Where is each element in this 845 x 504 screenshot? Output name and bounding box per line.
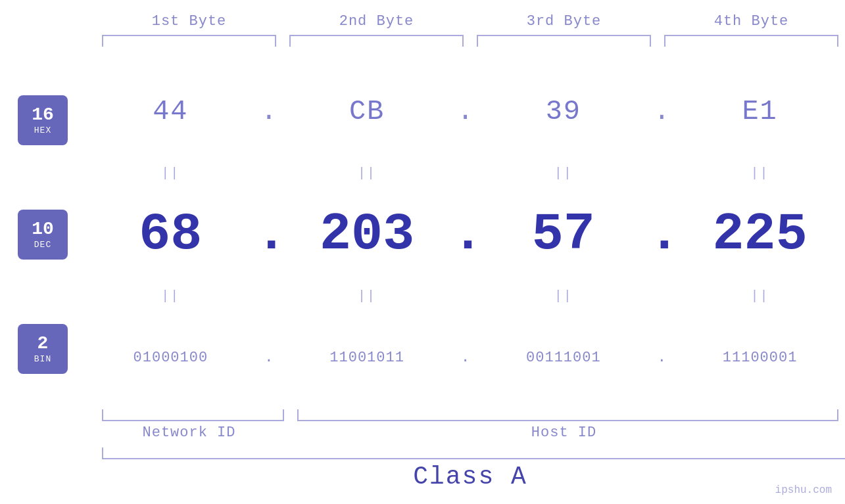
sep2-b4: || xyxy=(675,288,845,304)
top-bracket-1 xyxy=(102,35,276,47)
sep-row-1: || || || || xyxy=(85,163,845,183)
byte4-label: 4th Byte xyxy=(658,13,845,30)
hex-b2: CB xyxy=(282,96,452,127)
hex-badge: 16 HEX xyxy=(18,95,68,145)
top-bracket-4 xyxy=(664,35,838,47)
bin-b4: 11100001 xyxy=(675,350,845,366)
hex-badge-label: HEX xyxy=(34,126,51,135)
hex-dot3: . xyxy=(648,96,675,127)
dec-badge: 10 DEC xyxy=(18,210,68,260)
sep-row-2: || || || || xyxy=(85,286,845,306)
top-brackets-row xyxy=(0,35,845,47)
byte3-label: 3rd Byte xyxy=(470,13,658,30)
hex-b4: E1 xyxy=(675,96,845,127)
bin-dot3: . xyxy=(648,350,675,366)
bracket-host xyxy=(297,409,838,421)
bracket-network xyxy=(102,409,284,421)
dec-b1: 68 xyxy=(85,204,256,264)
bin-dot2: . xyxy=(452,350,479,366)
byte2-label: 2nd Byte xyxy=(283,13,470,30)
hex-badge-number: 16 xyxy=(32,105,54,126)
class-label: Class A xyxy=(95,463,845,491)
dec-dot2: . xyxy=(452,204,479,264)
bin-badge-label: BIN xyxy=(34,354,51,364)
bin-badge: 2 BIN xyxy=(18,324,68,374)
dec-badge-number: 10 xyxy=(32,219,54,240)
byte-labels-row: 1st Byte 2nd Byte 3rd Byte 4th Byte xyxy=(0,13,845,30)
bin-row: 01000100 . 11001011 . 00111001 . xyxy=(85,306,845,409)
dec-b4: 225 xyxy=(675,204,845,264)
bottom-section: Network ID Host ID Class A xyxy=(0,409,845,491)
bin-dot1: . xyxy=(256,350,282,366)
dec-dot3: . xyxy=(648,204,675,264)
hex-b1: 44 xyxy=(85,96,256,127)
values-grid: 44 . CB . 39 . E1 xyxy=(85,60,845,409)
hex-b3: 39 xyxy=(479,96,649,127)
watermark: ipshu.com xyxy=(775,484,832,496)
class-bracket xyxy=(102,447,845,459)
badges-column: 16 HEX 10 DEC 2 BIN xyxy=(0,60,85,409)
byte1-label: 1st Byte xyxy=(95,13,283,30)
network-id-label: Network ID xyxy=(95,424,283,441)
bin-badge-number: 2 xyxy=(37,334,49,354)
dec-badge-label: DEC xyxy=(34,240,51,250)
hex-dot1: . xyxy=(256,96,282,127)
dec-b2: 203 xyxy=(282,204,452,264)
hex-row: 44 . CB . 39 . E1 xyxy=(85,60,845,163)
sep2-b3: || xyxy=(479,288,649,304)
dec-dot1: . xyxy=(256,204,282,264)
dec-b3: 57 xyxy=(479,204,649,264)
sep1-b1: || xyxy=(85,166,256,181)
sep1-b2: || xyxy=(282,166,452,181)
bin-b2: 11001011 xyxy=(282,350,452,366)
sep1-b3: || xyxy=(479,166,649,181)
bin-b3: 00111001 xyxy=(479,350,649,366)
top-bracket-3 xyxy=(477,35,651,47)
sep2-b2: || xyxy=(282,288,452,304)
content-area: 16 HEX 10 DEC 2 BIN 44 . xyxy=(0,60,845,409)
hex-dot2: . xyxy=(452,96,479,127)
sep1-b4: || xyxy=(675,166,845,181)
dec-row: 68 . 203 . 57 . 225 xyxy=(85,183,845,286)
main-container: 1st Byte 2nd Byte 3rd Byte 4th Byte 16 H… xyxy=(0,0,845,504)
top-bracket-2 xyxy=(289,35,464,47)
host-id-label: Host ID xyxy=(283,424,845,441)
bin-b1: 01000100 xyxy=(85,350,256,366)
bottom-brackets-row xyxy=(95,409,845,421)
id-labels-row: Network ID Host ID xyxy=(95,424,845,441)
sep2-b1: || xyxy=(85,288,256,304)
